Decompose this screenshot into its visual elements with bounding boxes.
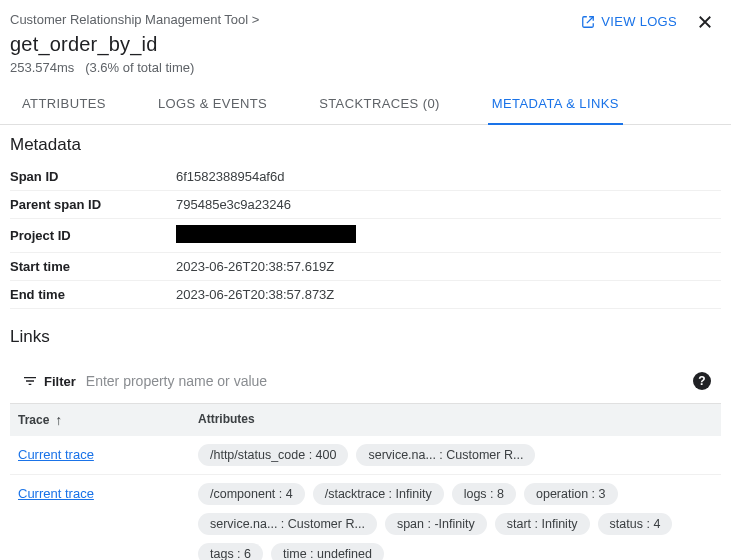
page-title: get_order_by_id bbox=[10, 33, 715, 56]
filter-bar: Filter ? bbox=[10, 363, 721, 399]
column-header-attributes[interactable]: Attributes bbox=[198, 412, 713, 428]
meta-row-start-time: Start time 2023-06-26T20:38:57.619Z bbox=[10, 253, 721, 281]
tab-attributes[interactable]: ATTRIBUTES bbox=[18, 84, 110, 125]
attribute-chip[interactable]: service.na... : Customer R... bbox=[198, 513, 377, 535]
attribute-chip[interactable]: /stacktrace : Infinity bbox=[313, 483, 444, 505]
tab-metadata-links[interactable]: METADATA & LINKS bbox=[488, 84, 623, 125]
links-table: Trace ↑ Attributes Current trace /http/s… bbox=[10, 403, 721, 560]
links-table-header: Trace ↑ Attributes bbox=[10, 404, 721, 436]
close-button[interactable] bbox=[693, 10, 717, 34]
attribute-chip[interactable]: /component : 4 bbox=[198, 483, 305, 505]
attribute-chip[interactable]: start : Infinity bbox=[495, 513, 590, 535]
meta-value: 6f1582388954af6d bbox=[176, 163, 721, 191]
meta-row-parent-span-id: Parent span ID 795485e3c9a23246 bbox=[10, 191, 721, 219]
column-header-trace-label: Trace bbox=[18, 413, 49, 427]
meta-row-end-time: End time 2023-06-26T20:38:57.873Z bbox=[10, 281, 721, 309]
filter-label-text: Filter bbox=[44, 374, 76, 389]
attribute-chip[interactable]: status : 4 bbox=[598, 513, 673, 535]
meta-value: 2023-06-26T20:38:57.873Z bbox=[176, 281, 721, 309]
close-icon bbox=[696, 13, 714, 31]
links-row: Current trace /component : 4 /stacktrace… bbox=[10, 475, 721, 560]
filter-input[interactable] bbox=[86, 369, 683, 393]
open-external-icon bbox=[581, 15, 595, 29]
links-heading: Links bbox=[10, 327, 721, 347]
duration-line: 253.574ms (3.6% of total time) bbox=[10, 60, 715, 75]
metadata-table: Span ID 6f1582388954af6d Parent span ID … bbox=[10, 163, 721, 309]
view-logs-link[interactable]: VIEW LOGS bbox=[581, 14, 677, 29]
meta-value: 795485e3c9a23246 bbox=[176, 191, 721, 219]
attribute-chips: /http/status_code : 400 service.na... : … bbox=[198, 444, 713, 466]
meta-label: End time bbox=[10, 281, 176, 309]
column-header-trace[interactable]: Trace ↑ bbox=[18, 412, 198, 428]
tab-logs-events[interactable]: LOGS & EVENTS bbox=[154, 84, 271, 125]
links-row: Current trace /http/status_code : 400 se… bbox=[10, 436, 721, 475]
trace-link[interactable]: Current trace bbox=[18, 447, 94, 462]
attribute-chip[interactable]: logs : 8 bbox=[452, 483, 516, 505]
meta-label: Span ID bbox=[10, 163, 176, 191]
filter-icon bbox=[22, 373, 38, 389]
meta-label: Parent span ID bbox=[10, 191, 176, 219]
meta-value: 2023-06-26T20:38:57.619Z bbox=[176, 253, 721, 281]
attribute-chip[interactable]: span : -Infinity bbox=[385, 513, 487, 535]
tabs: ATTRIBUTES LOGS & EVENTS STACKTRACES (0)… bbox=[0, 83, 731, 125]
attribute-chip[interactable]: operation : 3 bbox=[524, 483, 618, 505]
view-logs-label: VIEW LOGS bbox=[601, 14, 677, 29]
meta-row-project-id: Project ID bbox=[10, 219, 721, 253]
meta-row-span-id: Span ID 6f1582388954af6d bbox=[10, 163, 721, 191]
meta-value bbox=[176, 219, 721, 253]
meta-label: Project ID bbox=[10, 219, 176, 253]
attribute-chip[interactable]: service.na... : Customer R... bbox=[356, 444, 535, 466]
tab-stacktraces[interactable]: STACKTRACES (0) bbox=[315, 84, 444, 125]
metadata-heading: Metadata bbox=[10, 135, 721, 155]
duration-percent: (3.6% of total time) bbox=[85, 60, 194, 75]
trace-link[interactable]: Current trace bbox=[18, 486, 94, 501]
attribute-chip[interactable]: tags : 6 bbox=[198, 543, 263, 560]
attribute-chip[interactable]: time : undefined bbox=[271, 543, 384, 560]
sort-ascending-icon: ↑ bbox=[55, 412, 62, 428]
redacted-value bbox=[176, 225, 356, 243]
help-icon[interactable]: ? bbox=[693, 372, 711, 390]
attribute-chips: /component : 4 /stacktrace : Infinity lo… bbox=[198, 483, 713, 560]
attribute-chip[interactable]: /http/status_code : 400 bbox=[198, 444, 348, 466]
duration-value: 253.574ms bbox=[10, 60, 74, 75]
meta-label: Start time bbox=[10, 253, 176, 281]
